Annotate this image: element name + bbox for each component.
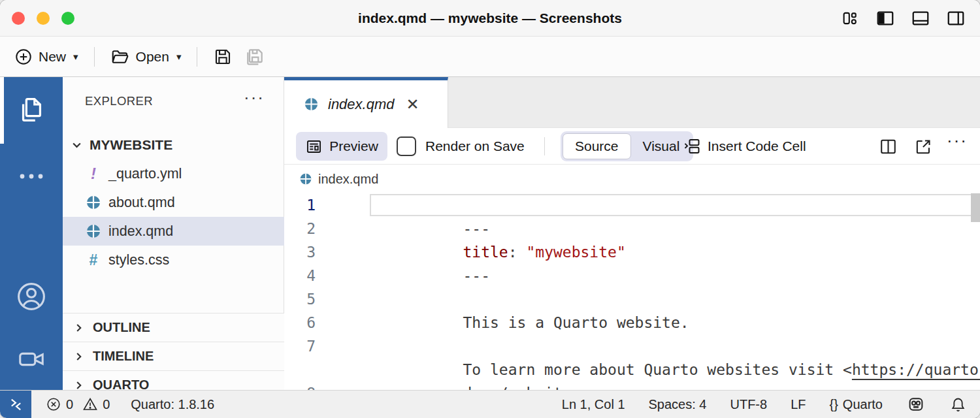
eol-status[interactable]: LF: [791, 397, 806, 412]
remote-indicator-button[interactable]: [0, 391, 31, 418]
new-button-label: New: [39, 49, 66, 65]
toggle-panel-button[interactable]: [911, 8, 930, 28]
chevron-right-icon: [73, 379, 85, 391]
code-line-7-wrap[interactable]: docs/websites>.: [284, 358, 980, 381]
assistant-face-icon: [906, 394, 926, 414]
code-line-6[interactable]: 6: [284, 311, 980, 334]
panel-right-icon: [946, 8, 966, 28]
encoding-status[interactable]: UTF-8: [730, 397, 767, 412]
visual-label: Visual: [643, 138, 680, 154]
open-button[interactable]: Open ▾: [109, 44, 183, 69]
code-line-1[interactable]: 1---: [284, 193, 980, 217]
file-name: index.qmd: [108, 223, 173, 240]
customize-layout-button[interactable]: [840, 8, 860, 28]
tab-label: index.qmd: [328, 96, 395, 113]
code-line-5[interactable]: 5This is a Quarto website.: [284, 287, 980, 311]
root-folder-label: MYWEBSITE: [90, 137, 172, 153]
open-external-icon: [914, 137, 933, 156]
yaml-file-icon: !: [85, 165, 102, 183]
file-row-index-qmd-selected[interactable]: index.qmd: [63, 217, 284, 246]
tree-root-myweb[interactable]: MYWEBSITE: [63, 131, 284, 159]
title-bar: index.qmd — mywebsite — Screenshots: [0, 0, 980, 37]
file-name: _quarto.yml: [108, 166, 182, 182]
code-line-4[interactable]: 4: [284, 264, 980, 287]
error-count: 0: [66, 397, 73, 412]
chevron-right-icon: [73, 322, 85, 334]
files-icon: [16, 95, 46, 125]
file-row-about-qmd[interactable]: about.qmd: [63, 188, 284, 217]
line-number: 4: [284, 264, 316, 287]
screencast-button[interactable]: [0, 333, 63, 385]
line-number: 3: [284, 240, 316, 264]
insert-code-cell-label: Insert Code Cell: [708, 138, 806, 154]
indentation-status[interactable]: Spaces: 4: [649, 397, 707, 412]
quarto-file-icon: [85, 195, 102, 210]
quarto-version-status[interactable]: Quarto: 1.8.16: [131, 397, 214, 412]
vertical-scrollbar-thumb[interactable]: [971, 193, 980, 222]
save-all-button[interactable]: [243, 45, 267, 69]
bell-icon: [949, 396, 967, 413]
breadcrumb[interactable]: index.qmd: [284, 165, 980, 193]
open-in-new-window-button[interactable]: [913, 137, 934, 156]
save-icon: [213, 47, 233, 67]
code-editor[interactable]: 1--- 2title: "mywebsite" 3--- 4 5This is…: [284, 193, 980, 390]
cursor-position-status[interactable]: Ln 1, Col 1: [562, 397, 625, 412]
section-outline[interactable]: OUTLINE: [63, 313, 284, 342]
activity-bar-more-button[interactable]: [0, 150, 63, 202]
toggle-secondary-sidebar-button[interactable]: [946, 8, 966, 28]
sidebar-item-explorer[interactable]: [0, 84, 63, 136]
section-timeline[interactable]: TIMELINE: [63, 342, 284, 370]
toolbar-separator: [94, 47, 95, 67]
file-row-styles-css[interactable]: # styles.css: [63, 246, 284, 274]
code-line-8[interactable]: 8: [284, 381, 980, 390]
explorer-more-button[interactable]: ···: [244, 88, 265, 108]
line-number: 7: [284, 334, 316, 358]
toolbar-separator: [197, 47, 197, 67]
section-label: OUTLINE: [93, 320, 150, 335]
toggle-primary-sidebar-button[interactable]: [875, 8, 895, 28]
notifications-button[interactable]: [949, 396, 967, 413]
ellipsis-icon: [18, 172, 44, 180]
code-line-3[interactable]: 3---: [284, 240, 980, 264]
code-line-2[interactable]: 2title: "mywebsite": [284, 217, 980, 240]
source-mode-button[interactable]: Source: [563, 133, 631, 159]
editor-action-bar: Preview Render on Save Source Visual: [284, 128, 980, 165]
chevron-down-icon: [71, 139, 83, 152]
preview-button[interactable]: Preview: [296, 132, 387, 161]
remote-icon: [7, 396, 25, 413]
split-editor-button[interactable]: [877, 137, 898, 156]
save-button[interactable]: [212, 46, 234, 68]
code-line-7[interactable]: 7To learn more about Quarto websites vis…: [284, 334, 980, 358]
insert-code-cell-button[interactable]: Insert Code Cell: [683, 128, 806, 165]
editor-more-actions-button[interactable]: ···: [947, 131, 968, 150]
source-label: Source: [575, 138, 619, 154]
language-mode-status[interactable]: {} Quarto: [829, 397, 883, 412]
action-bar-separator: [544, 137, 545, 155]
plus-circle-icon: [14, 48, 33, 66]
render-on-save-checkbox[interactable]: [397, 137, 416, 156]
assistant-button[interactable]: [906, 394, 926, 414]
top-action-bar: New ▾ Open ▾: [0, 37, 980, 77]
problems-status-button[interactable]: 0 0: [46, 396, 110, 412]
tab-index-qmd[interactable]: index.qmd ✕: [284, 77, 448, 128]
warning-count: 0: [103, 397, 110, 412]
braces-icon: {}: [829, 397, 838, 412]
line-number: 2: [284, 217, 316, 240]
quarto-file-icon: [85, 223, 102, 239]
tab-close-button[interactable]: ✕: [406, 95, 419, 114]
file-row-quarto-yml[interactable]: ! _quarto.yml: [63, 159, 284, 188]
video-camera-icon: [16, 344, 46, 374]
account-button[interactable]: [0, 270, 63, 323]
account-icon: [15, 280, 48, 313]
css-file-icon: #: [85, 251, 102, 269]
line-number: 1: [284, 193, 316, 217]
split-editor-icon: [879, 137, 898, 156]
panel-bottom-icon: [911, 8, 930, 28]
main-region: EXPLORER ··· MYWEBSITE ! _quarto.yml abo…: [0, 77, 980, 390]
tab-bar: index.qmd ✕: [284, 77, 980, 128]
new-dropdown-caret-icon: ▾: [73, 51, 78, 63]
new-button[interactable]: New ▾: [13, 45, 80, 69]
insert-code-cell-icon: [683, 137, 701, 155]
editor-group: index.qmd ✕ Preview Render on Save: [284, 77, 980, 390]
activity-bar: [0, 77, 63, 390]
